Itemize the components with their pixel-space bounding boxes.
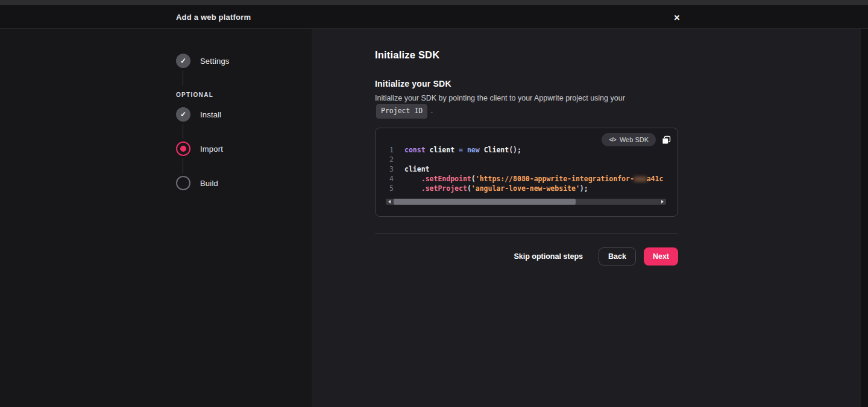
- description-text: Initialize your SDK by pointing the clie…: [375, 93, 678, 119]
- back-button[interactable]: Back: [599, 247, 636, 266]
- skip-optional-steps-button[interactable]: Skip optional steps: [514, 252, 583, 261]
- scrollbar-thumb[interactable]: [394, 199, 576, 205]
- scroll-left-arrow[interactable]: [386, 199, 393, 205]
- step-build-circle: [176, 176, 190, 190]
- check-icon: ✓: [180, 57, 186, 64]
- line-number: 3: [376, 165, 394, 173]
- step-settings[interactable]: ✓ Settings: [176, 54, 312, 68]
- close-icon: ✕: [674, 13, 681, 22]
- optional-section-label: OPTIONAL: [176, 92, 312, 98]
- next-button[interactable]: Next: [644, 247, 678, 266]
- modal-header: Add a web platform ✕: [0, 5, 868, 29]
- description-prefix: Initialize your SDK by pointing the clie…: [375, 94, 625, 102]
- section-heading: Initialize your SDK: [375, 79, 678, 89]
- code-toolbar: </> Web SDK: [602, 133, 671, 146]
- add-web-platform-modal: Add a web platform ✕ ✓ Settings OPTIONAL…: [0, 0, 868, 407]
- scroll-right-arrow[interactable]: [659, 199, 666, 205]
- footer-actions: Skip optional steps Back Next: [375, 247, 678, 266]
- page-background-right-strip: [861, 29, 868, 407]
- code-brackets-icon: </>: [609, 137, 616, 143]
- modal-body: ✓ Settings OPTIONAL ✓ Install Import Bui…: [0, 29, 868, 407]
- code-line: 1const client = new Client();: [376, 145, 678, 155]
- step-settings-label: Settings: [200, 57, 230, 66]
- page-title: Initialize SDK: [375, 49, 678, 61]
- code-line: 2: [376, 155, 678, 164]
- right-triangle-icon: [661, 200, 664, 204]
- content-panel: Initialize SDK Initialize your SDK Initi…: [312, 29, 861, 407]
- step-connector: [183, 70, 183, 85]
- step-import[interactable]: Import: [176, 141, 312, 156]
- step-build[interactable]: Build: [176, 176, 312, 190]
- close-button[interactable]: ✕: [669, 10, 685, 25]
- step-connector: [183, 124, 183, 139]
- project-id-badge: Project ID: [376, 104, 427, 119]
- horizontal-scrollbar[interactable]: [386, 199, 666, 205]
- step-connector: [183, 158, 183, 173]
- web-sdk-selector-button[interactable]: </> Web SDK: [602, 133, 656, 146]
- code-line: 5 .setProject('angular-love-new-website'…: [376, 184, 678, 193]
- line-number: 4: [376, 175, 394, 183]
- line-number: 5: [376, 184, 394, 193]
- code-line: 3client: [376, 164, 678, 174]
- modal-title: Add a web platform: [176, 5, 251, 29]
- step-install-label: Install: [200, 110, 221, 119]
- check-icon: ✓: [180, 111, 186, 118]
- step-build-label: Build: [200, 179, 218, 188]
- step-install-circle: ✓: [176, 107, 190, 122]
- description-suffix: .: [431, 107, 433, 115]
- page-background-strip: [0, 0, 868, 5]
- left-triangle-icon: [388, 200, 391, 204]
- step-import-circle: [176, 141, 190, 156]
- code-block: </> Web SDK 1const client = new Client()…: [375, 128, 678, 217]
- section-divider: [375, 233, 678, 234]
- stepper-sidebar: ✓ Settings OPTIONAL ✓ Install Import Bui…: [0, 29, 312, 407]
- step-settings-circle: ✓: [176, 54, 190, 68]
- step-import-label: Import: [200, 144, 223, 154]
- step-install[interactable]: ✓ Install: [176, 107, 312, 122]
- current-step-dot: [180, 146, 186, 152]
- web-sdk-label: Web SDK: [620, 136, 649, 143]
- copy-button[interactable]: [662, 135, 671, 144]
- code-line: 4 .setEndpoint('https://8080-appwrite-in…: [376, 174, 678, 184]
- line-number: 2: [376, 155, 394, 164]
- line-number: 1: [376, 146, 394, 154]
- copy-icon: [662, 135, 671, 144]
